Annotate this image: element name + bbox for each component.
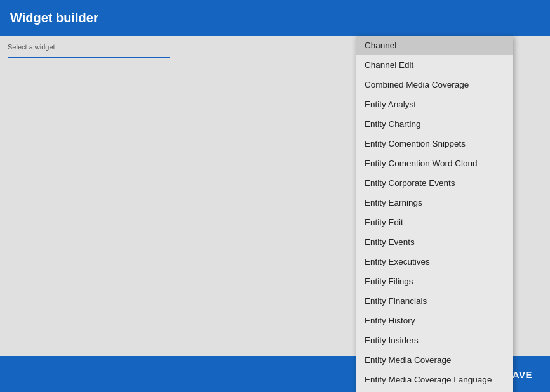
- dropdown-item-entity-media-coverage-language[interactable]: Entity Media Coverage Language: [356, 370, 513, 389]
- dropdown-item-combined-media-coverage[interactable]: Combined Media Coverage: [356, 75, 513, 95]
- select-widget-label: Select a widget: [8, 43, 170, 51]
- app-container: Widget builder Select a widget ChannelCh…: [0, 0, 550, 392]
- dropdown-item-entity-comention-snippets[interactable]: Entity Comention Snippets: [356, 134, 513, 154]
- widget-dropdown[interactable]: ChannelChannel EditCombined Media Covera…: [356, 36, 513, 392]
- dropdown-item-entity-corporate-events[interactable]: Entity Corporate Events: [356, 173, 513, 193]
- dropdown-item-entity-earnings[interactable]: Entity Earnings: [356, 193, 513, 212]
- dropdown-item-entity-executives[interactable]: Entity Executives: [356, 252, 513, 271]
- dropdown-item-entity-news[interactable]: Entity News: [356, 389, 513, 392]
- header-title: Widget builder: [10, 11, 98, 25]
- dropdown-item-entity-charting[interactable]: Entity Charting: [356, 114, 513, 134]
- dropdown-item-channel-edit[interactable]: Channel Edit: [356, 55, 513, 75]
- dropdown-item-entity-comention-word-cloud[interactable]: Entity Comention Word Cloud: [356, 154, 513, 173]
- middle-panel: ChannelChannel EditCombined Media Covera…: [178, 36, 372, 356]
- dropdown-item-entity-events[interactable]: Entity Events: [356, 232, 513, 252]
- dropdown-item-entity-edit[interactable]: Entity Edit: [356, 212, 513, 232]
- dropdown-item-channel[interactable]: Channel: [356, 36, 513, 55]
- dropdown-item-entity-financials[interactable]: Entity Financials: [356, 291, 513, 311]
- dropdown-item-entity-analyst[interactable]: Entity Analyst: [356, 95, 513, 114]
- dropdown-item-entity-filings[interactable]: Entity Filings: [356, 271, 513, 291]
- header: Widget builder: [0, 0, 550, 36]
- dropdown-item-entity-media-coverage[interactable]: Entity Media Coverage: [356, 350, 513, 370]
- dropdown-item-entity-history[interactable]: Entity History: [356, 311, 513, 330]
- select-widget-field[interactable]: [8, 52, 170, 58]
- dropdown-item-entity-insiders[interactable]: Entity Insiders: [356, 330, 513, 350]
- main-content: Select a widget ChannelChannel EditCombi…: [0, 36, 550, 356]
- left-panel: Select a widget: [0, 36, 178, 356]
